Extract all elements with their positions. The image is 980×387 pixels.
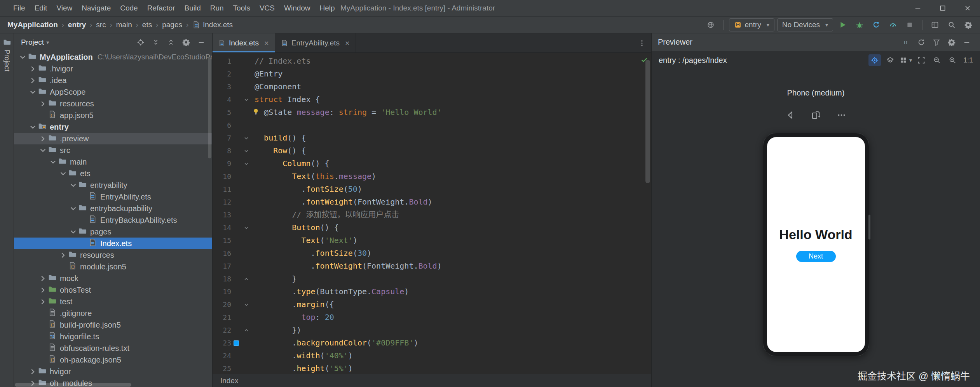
code-line-2[interactable]: 2@Entry	[213, 68, 651, 80]
more-icon[interactable]	[835, 108, 849, 121]
breadcrumb-main[interactable]: main	[113, 20, 135, 30]
tree-row-index-ets[interactable]: Index.ets	[14, 238, 212, 249]
fold-marker-icon[interactable]	[241, 298, 251, 311]
tree-row-build-profile-json5[interactable]: {}build-profile.json5	[14, 319, 212, 331]
tree-row-obfuscation-rules-txt[interactable]: obfuscation-rules.txt	[14, 342, 212, 354]
back-icon[interactable]	[783, 108, 797, 121]
tree-row-module-json5[interactable]: {}module.json5	[14, 261, 212, 272]
grid-view-icon[interactable]: ▾	[900, 54, 912, 66]
code-line-1[interactable]: 1// Index.ets	[213, 55, 651, 68]
minus-icon[interactable]	[960, 36, 974, 49]
settings-icon[interactable]	[945, 36, 959, 49]
run-icon[interactable]	[836, 18, 850, 31]
settings-icon[interactable]	[961, 18, 975, 31]
profiler-icon[interactable]	[886, 18, 900, 31]
maximize-button[interactable]	[930, 0, 955, 16]
code-line-16[interactable]: 16 .fontSize(30)	[213, 247, 651, 260]
search-icon[interactable]	[945, 18, 959, 31]
menu-tools[interactable]: Tools	[228, 0, 255, 16]
code-line-22[interactable]: 22 })	[213, 324, 651, 337]
code-line-12[interactable]: 12 .fontWeight(FontWeight.Bold)	[213, 196, 651, 208]
code-view[interactable]: 1// Index.ets2@Entry3@Component4struct I…	[213, 55, 651, 374]
code-line-8[interactable]: 8 Row() {	[213, 144, 651, 157]
tree-row-myapplication[interactable]: MyApplicationC:\Users\lazysnail\DevEcoSt…	[14, 51, 212, 63]
code-line-17[interactable]: 17 .fontWeight(FontWeight.Bold)	[213, 260, 651, 272]
code-line-7[interactable]: 7 build() {	[213, 132, 651, 144]
device-manager-icon[interactable]	[704, 18, 718, 31]
tree-row-resources[interactable]: resources	[14, 98, 212, 109]
fold-marker-icon[interactable]	[241, 324, 251, 337]
code-line-5[interactable]: 5 @State message: string = 'Hello World'	[213, 106, 651, 119]
tree-row-hvigorfile-ts[interactable]: TShvigorfile.ts	[14, 331, 212, 342]
editor-area[interactable]: 1// Index.ets2@Entry3@Component4struct I…	[213, 53, 651, 374]
project-horizontal-scrollbar[interactable]	[15, 383, 207, 387]
tree-row-preview[interactable]: .preview	[14, 133, 212, 144]
tree-row-oh-package-json5[interactable]: {}oh-package.json5	[14, 354, 212, 366]
code-line-3[interactable]: 3@Component	[213, 80, 651, 93]
fold-marker-icon[interactable]	[241, 157, 251, 170]
layers-icon[interactable]	[884, 54, 896, 66]
device-select[interactable]: No Devices▾	[777, 18, 833, 31]
menu-vcs[interactable]: VCS	[255, 0, 279, 16]
text-scale-icon[interactable]: Tt	[899, 36, 913, 49]
tree-row-main[interactable]: main	[14, 156, 212, 168]
tree-row-hvigor[interactable]: .hvigor	[14, 63, 212, 75]
tree-row-gitignore[interactable]: .gitignore	[14, 307, 212, 319]
tree-row-appscope[interactable]: AppScope	[14, 86, 212, 98]
zoom-in-icon[interactable]	[946, 54, 959, 66]
fold-marker-icon[interactable]	[241, 272, 251, 285]
editor-breadcrumb-index[interactable]: Index	[220, 377, 238, 385]
run-config-select[interactable]: entry▾	[729, 18, 774, 31]
collapse-all-icon[interactable]	[164, 36, 178, 49]
tool-windows-icon[interactable]	[928, 18, 942, 31]
tree-row-entryability[interactable]: entryability	[14, 179, 212, 191]
menu-file[interactable]: File	[9, 0, 30, 16]
breadcrumb-index-ets[interactable]: Index.ets	[190, 20, 235, 30]
code-line-13[interactable]: 13 // 添加按钮，以响应用户点击	[213, 208, 651, 221]
breadcrumb-entry[interactable]: entry	[65, 20, 89, 30]
tree-row-resources[interactable]: resources	[14, 249, 212, 261]
funnel-icon[interactable]	[929, 36, 943, 49]
fold-marker-icon[interactable]	[241, 144, 251, 157]
tree-row-mock[interactable]: mock	[14, 272, 212, 284]
tab-index-ets[interactable]: Index.ets×	[213, 33, 275, 52]
code-line-15[interactable]: 15 Text('Next')	[213, 234, 651, 247]
menu-window[interactable]: Window	[279, 0, 315, 16]
code-line-6[interactable]: 6	[213, 119, 651, 132]
code-line-9[interactable]: 9 Column() {	[213, 157, 651, 170]
tree-row-idea[interactable]: .idea	[14, 75, 212, 86]
code-line-10[interactable]: 10 Text(this.message)	[213, 170, 651, 183]
code-line-23[interactable]: 23 .backgroundColor('#0D9FFB')	[213, 337, 651, 349]
stop-icon[interactable]	[903, 18, 917, 31]
zoom-ratio[interactable]: 1:1	[963, 56, 973, 64]
code-line-4[interactable]: 4struct Index {	[213, 93, 651, 106]
code-line-14[interactable]: 14 Button() {	[213, 221, 651, 234]
code-line-18[interactable]: 18 }	[213, 272, 651, 285]
project-vertical-scrollbar[interactable]	[208, 57, 211, 158]
menu-refactor[interactable]: Refactor	[143, 0, 180, 16]
menu-help[interactable]: Help	[315, 0, 340, 16]
code-line-19[interactable]: 19 .type(ButtonType.Capsule)	[213, 285, 651, 298]
fold-marker-icon[interactable]	[241, 93, 251, 106]
rotate-device-icon[interactable]	[809, 108, 823, 121]
menu-edit[interactable]: Edit	[30, 0, 52, 16]
debug-icon[interactable]	[853, 18, 867, 31]
project-panel-title[interactable]: Project▾	[21, 38, 49, 47]
project-stripe-label[interactable]: Project	[3, 50, 11, 71]
close-tab-icon[interactable]: ×	[345, 39, 350, 47]
preview-next-button[interactable]: Next	[796, 251, 836, 262]
tree-row-ets[interactable]: ets	[14, 168, 212, 179]
close-button[interactable]	[955, 0, 980, 16]
refresh-icon[interactable]	[914, 36, 928, 49]
tree-row-test[interactable]: test	[14, 296, 212, 307]
code-line-11[interactable]: 11 .fontSize(50)	[213, 183, 651, 196]
fold-marker-icon[interactable]	[241, 221, 251, 234]
tree-row-entryability-ets[interactable]: EntryAbility.ets	[14, 191, 212, 203]
tab-options-icon[interactable]	[633, 33, 651, 52]
tree-row-app-json5[interactable]: {}app.json5	[14, 109, 212, 121]
code-line-21[interactable]: 21 top: 20	[213, 311, 651, 324]
locate-icon[interactable]	[134, 36, 148, 49]
frame-icon[interactable]	[915, 54, 928, 66]
menu-build[interactable]: Build	[180, 0, 205, 16]
fold-marker-icon[interactable]	[241, 132, 251, 144]
